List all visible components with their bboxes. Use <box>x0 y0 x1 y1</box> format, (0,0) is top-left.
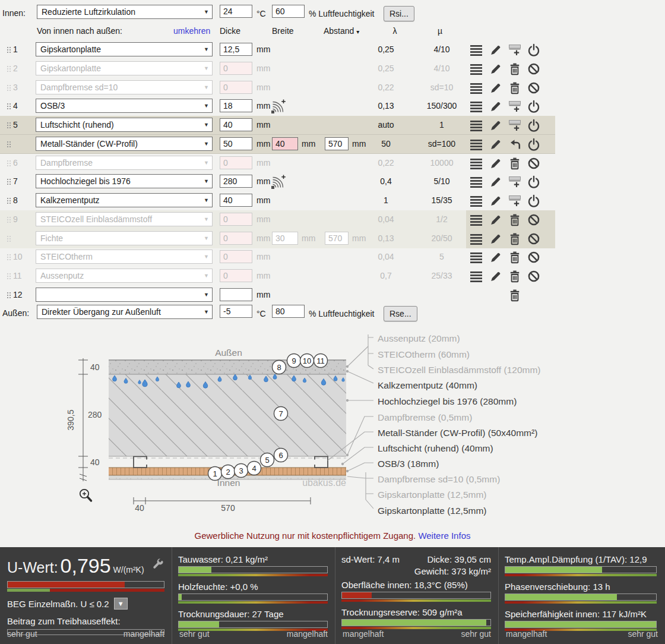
insert-layer-icon[interactable] <box>508 100 521 113</box>
rse-button[interactable]: Rse... <box>384 306 417 321</box>
drag-handle-icon[interactable] <box>7 65 11 72</box>
reset-undo-icon[interactable] <box>508 138 521 151</box>
layer-marker-9[interactable]: 9 <box>287 354 301 368</box>
menu-icon[interactable] <box>470 213 483 226</box>
menu-icon[interactable] <box>470 175 483 188</box>
menu-icon[interactable] <box>470 138 483 151</box>
delete-trash-icon[interactable] <box>508 157 521 170</box>
disabled-ban-icon[interactable] <box>527 81 540 94</box>
drag-handle-icon[interactable] <box>7 141 11 148</box>
power-toggle-icon[interactable] <box>527 175 540 188</box>
layer-marker-4[interactable]: 4 <box>248 462 261 475</box>
drag-handle-icon[interactable] <box>7 216 11 223</box>
dicke-input[interactable] <box>220 62 252 75</box>
dicke-input[interactable] <box>220 194 252 207</box>
layer-marker-7[interactable]: 7 <box>274 407 288 421</box>
menu-icon[interactable] <box>470 270 483 283</box>
material-select[interactable]: Dampfbremse sd=10▼ <box>36 80 213 94</box>
dicke-input[interactable] <box>220 269 252 282</box>
drag-handle-icon[interactable] <box>7 197 11 204</box>
dicke-input[interactable] <box>220 232 252 245</box>
dicke-input[interactable] <box>220 156 252 169</box>
disabled-ban-icon[interactable] <box>527 213 540 226</box>
layer-marker-2[interactable]: 2 <box>221 465 235 479</box>
disabled-ban-icon[interactable] <box>527 232 540 245</box>
insert-layer-icon[interactable] <box>508 119 521 132</box>
disabled-ban-icon[interactable] <box>527 270 540 283</box>
breite-input[interactable] <box>272 137 298 150</box>
material-select[interactable]: Luftschicht (ruhend)▼ <box>36 118 213 132</box>
material-select[interactable]: Fichte▼ <box>36 231 213 245</box>
disabled-ban-icon[interactable] <box>527 62 540 75</box>
abstand-input[interactable] <box>325 232 349 245</box>
power-toggle-icon[interactable] <box>527 119 540 132</box>
delete-trash-icon[interactable] <box>508 289 521 302</box>
reverse-link[interactable]: umkehren <box>173 26 210 36</box>
abstand-header[interactable]: Abstand ▾ <box>324 26 359 36</box>
wrench-icon[interactable] <box>151 558 164 571</box>
layer-marker-3[interactable]: 3 <box>235 464 248 478</box>
edit-pencil-icon[interactable] <box>489 175 502 188</box>
dicke-input[interactable] <box>220 137 252 150</box>
disabled-ban-icon[interactable] <box>527 157 540 170</box>
edit-pencil-icon[interactable] <box>489 194 502 207</box>
layer-marker-10[interactable]: 10 <box>300 354 314 368</box>
menu-icon[interactable] <box>470 194 483 207</box>
edit-pencil-icon[interactable] <box>489 213 502 226</box>
drag-handle-icon[interactable] <box>7 292 11 299</box>
material-select[interactable]: Aussenputz▼ <box>36 269 213 283</box>
disabled-ban-icon[interactable] <box>527 251 540 264</box>
menu-icon[interactable] <box>470 43 483 56</box>
beg-dropdown-button[interactable]: ▼ <box>114 598 128 610</box>
dicke-input[interactable] <box>220 81 252 94</box>
insert-layer-icon[interactable] <box>508 194 521 207</box>
edit-pencil-icon[interactable] <box>489 62 502 75</box>
menu-icon[interactable] <box>470 100 483 113</box>
abstand-input[interactable] <box>325 137 349 150</box>
material-select[interactable]: STEICOzell Einblasdämmstoff▼ <box>36 212 213 226</box>
dicke-input[interactable] <box>220 43 252 56</box>
material-select[interactable]: Hochlochziegel bis 1976▼ <box>36 174 213 188</box>
layer-marker-11[interactable]: 11 <box>314 354 328 368</box>
material-select[interactable]: ▼ <box>36 288 213 302</box>
outside-surface-select[interactable]: Direkter Übergang zur Außenluft ▼ <box>37 305 213 319</box>
drag-handle-icon[interactable] <box>7 178 11 185</box>
delete-trash-icon[interactable] <box>508 81 521 94</box>
menu-icon[interactable] <box>470 251 483 264</box>
dicke-input[interactable] <box>220 118 252 131</box>
material-select[interactable]: Gipskartonplatte▼ <box>36 61 213 75</box>
inside-surface-select[interactable]: Reduzierte Luftzirkulation ▼ <box>37 5 213 19</box>
power-toggle-icon[interactable] <box>527 194 540 207</box>
power-toggle-icon[interactable] <box>527 138 540 151</box>
edit-pencil-icon[interactable] <box>489 270 502 283</box>
drag-handle-icon[interactable] <box>7 160 11 167</box>
delete-trash-icon[interactable] <box>508 213 521 226</box>
layer-marker-6[interactable]: 6 <box>274 449 288 462</box>
delete-trash-icon[interactable] <box>508 270 521 283</box>
delete-trash-icon[interactable] <box>508 62 521 75</box>
weitere-infos-link[interactable]: Weitere Infos <box>418 531 470 541</box>
delete-trash-icon[interactable] <box>508 232 521 245</box>
zoom-magnifier-icon[interactable] <box>80 490 91 501</box>
dicke-input[interactable] <box>220 175 252 188</box>
edit-pencil-icon[interactable] <box>489 100 502 113</box>
rsi-button[interactable]: Rsi... <box>384 6 414 21</box>
delete-trash-icon[interactable] <box>508 251 521 264</box>
layer-marker-5[interactable]: 5 <box>261 453 274 467</box>
layer-marker-1[interactable]: 1 <box>208 467 222 481</box>
insert-layer-icon[interactable] <box>508 175 521 188</box>
edit-pencil-icon[interactable] <box>489 251 502 264</box>
sound-insulation-icon[interactable] <box>270 99 286 115</box>
edit-pencil-icon[interactable] <box>489 157 502 170</box>
dicke-input[interactable] <box>220 213 252 226</box>
outside-humidity-input[interactable] <box>272 305 305 318</box>
dicke-input[interactable] <box>220 288 252 301</box>
drag-handle-icon[interactable] <box>7 84 11 91</box>
sound-insulation-icon[interactable] <box>270 174 286 190</box>
layer-marker-8[interactable]: 8 <box>273 361 286 374</box>
menu-icon[interactable] <box>470 119 483 132</box>
drag-handle-icon[interactable] <box>7 254 11 261</box>
outside-temp-input[interactable] <box>220 305 252 318</box>
menu-icon[interactable] <box>470 157 483 170</box>
drag-handle-icon[interactable] <box>7 46 11 53</box>
